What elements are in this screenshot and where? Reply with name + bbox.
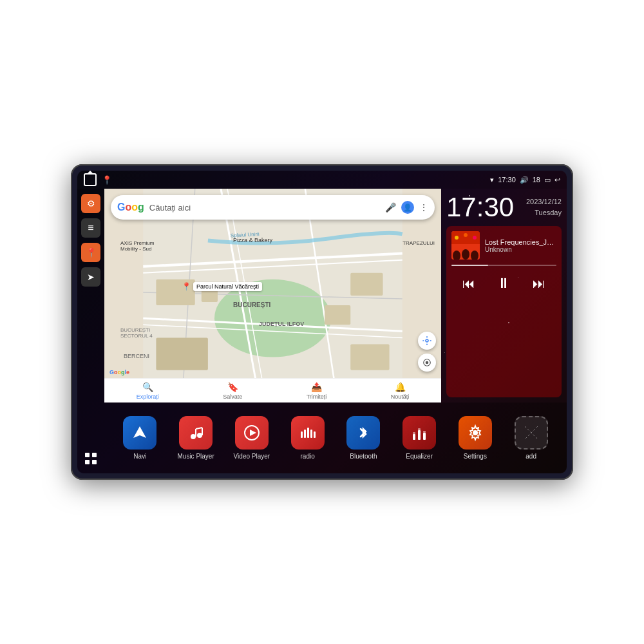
mic-icon[interactable]: 🎤 <box>385 202 396 213</box>
navi-label: Navi <box>133 453 146 460</box>
track-title: Lost Frequencies_Janie... <box>485 238 556 246</box>
user-icon[interactable]: 👤 <box>401 201 414 214</box>
map-label-pizza: Pizza & Bakery <box>233 237 272 243</box>
svg-rect-41 <box>301 431 303 438</box>
news-label: Noutăți <box>391 393 410 400</box>
home-icon[interactable] <box>84 173 97 186</box>
svg-rect-0 <box>85 453 90 457</box>
gear-icon: ⚙ <box>87 198 95 209</box>
menu-icon: ≡ <box>88 222 93 234</box>
left-sidebar: ⚙ ≡ 📍 ➤ <box>77 189 104 473</box>
app-radio[interactable]: radio <box>289 416 327 460</box>
park-pin: 📍 Parcul Natural Văcărești <box>182 282 262 291</box>
bluetooth-icon <box>346 416 380 450</box>
video-player-label: Video Player <box>234 453 270 460</box>
svg-point-52 <box>473 430 478 435</box>
svg-rect-44 <box>310 430 312 438</box>
settings-label: Settings <box>464 453 487 460</box>
svg-rect-19 <box>325 305 350 325</box>
svg-line-37 <box>196 428 202 429</box>
top-row: Splaiul Unirii AXIS PremiumMobility - Su… <box>104 189 567 402</box>
map-svg: Splaiul Unirii <box>104 189 441 402</box>
svg-marker-40 <box>250 430 256 436</box>
svg-rect-18 <box>350 273 383 296</box>
sidebar-grid-btn[interactable] <box>81 449 100 468</box>
app-video-player[interactable]: Video Player <box>232 416 271 460</box>
sidebar-location-btn[interactable]: 📍 <box>81 243 100 262</box>
explore-icon: 🔍 <box>142 382 153 392</box>
explore-label: Explorați <box>137 393 159 400</box>
main-area: ⚙ ≡ 📍 ➤ <box>77 189 567 473</box>
next-button[interactable]: ⏭ <box>530 274 548 294</box>
add-label: add <box>526 453 536 460</box>
center-content: Splaiul Unirii AXIS PremiumMobility - Su… <box>104 189 567 473</box>
map-nav-news[interactable]: 🔔 Noutăți <box>391 382 410 400</box>
svg-point-30 <box>455 236 459 240</box>
music-progress-fill <box>451 265 488 266</box>
svg-rect-42 <box>304 430 306 438</box>
svg-rect-3 <box>92 460 97 464</box>
map-nav-saved[interactable]: 🔖 Salvate <box>223 382 242 400</box>
saved-label: Salvate <box>223 393 242 400</box>
map-label-buc: BUCUREȘTI <box>233 301 270 308</box>
app-navi[interactable]: Navi <box>120 416 159 460</box>
clock-time: 17:30 <box>446 194 514 221</box>
news-icon: 🔔 <box>395 382 406 392</box>
maps-icon[interactable]: 📍 <box>102 175 112 185</box>
battery-icon: ▭ <box>544 176 551 184</box>
svg-rect-43 <box>307 428 309 438</box>
bluetooth-label: Bluetooth <box>350 453 377 460</box>
wifi-icon: ▾ <box>490 176 494 184</box>
svg-marker-33 <box>133 426 146 438</box>
app-music-player[interactable]: Music Player <box>176 416 215 460</box>
map-nav-send[interactable]: 📤 Trimiteți <box>307 382 327 400</box>
map-search-bar[interactable]: Goog Căutați aici 🎤 👤 ⋮ <box>111 195 435 220</box>
clock-date: 2023/12/12 Tuesday <box>526 196 562 218</box>
status-bar: 📍 ▾ 17:30 🔊 18 ▭ ↩ <box>77 171 567 189</box>
track-artist: Unknown <box>485 246 556 253</box>
sidebar-settings-btn[interactable]: ⚙ <box>81 194 100 213</box>
device: 📍 ▾ 17:30 🔊 18 ▭ ↩ ⚙ ≡ <box>71 164 573 480</box>
my-location-btn[interactable] <box>418 332 436 350</box>
app-settings[interactable]: Settings <box>456 416 495 460</box>
battery-level: 18 <box>533 176 540 184</box>
clock-day: Tuesday <box>526 207 562 218</box>
album-art <box>451 231 480 260</box>
add-icon <box>515 416 548 450</box>
clock-status: 17:30 <box>498 176 516 184</box>
svg-rect-49 <box>418 428 421 430</box>
volume-icon: 🔊 <box>520 176 529 184</box>
location-btn[interactable] <box>418 354 436 372</box>
svg-rect-50 <box>423 433 426 440</box>
search-input[interactable]: Căutați aici <box>149 203 380 213</box>
svg-rect-46 <box>413 434 415 440</box>
status-left: 📍 <box>84 173 112 186</box>
svg-rect-45 <box>314 431 316 438</box>
app-bluetooth[interactable]: Bluetooth <box>344 416 383 460</box>
app-equalizer[interactable]: Equalizer <box>400 416 439 460</box>
back-icon[interactable]: ↩ <box>554 176 560 184</box>
svg-rect-51 <box>423 431 426 433</box>
svg-rect-21 <box>350 344 389 370</box>
clock-date-text: 2023/12/12 <box>526 196 562 207</box>
status-right: ▾ 17:30 🔊 18 ▭ ↩ <box>490 176 560 184</box>
sidebar-nav-btn[interactable]: ➤ <box>81 267 100 287</box>
map-nav-explore[interactable]: 🔍 Explorați <box>137 382 159 400</box>
sidebar-menu-btn[interactable]: ≡ <box>81 218 100 238</box>
music-widget: Lost Frequencies_Janie... Unknown ⏮ ⏸ ⏭ <box>446 226 562 397</box>
radio-label: radio <box>301 453 315 460</box>
svg-point-28 <box>462 249 469 260</box>
svg-point-32 <box>473 236 477 240</box>
google-g-logo: Goog <box>117 202 144 213</box>
svg-rect-47 <box>413 432 415 434</box>
more-icon[interactable]: ⋮ <box>419 202 428 213</box>
svg-point-31 <box>464 233 468 237</box>
prev-button[interactable]: ⏮ <box>460 274 478 294</box>
music-controls: ⏮ ⏸ ⏭ <box>451 272 556 294</box>
clock-widget: 17:30 2023/12/12 Tuesday <box>446 194 562 221</box>
send-label: Trimiteți <box>307 393 327 400</box>
bottom-apps: Navi Music Player <box>104 402 567 473</box>
app-add[interactable]: add <box>512 416 551 460</box>
pause-button[interactable]: ⏸ <box>494 272 513 294</box>
map-container[interactable]: Splaiul Unirii AXIS PremiumMobility - Su… <box>104 189 441 402</box>
